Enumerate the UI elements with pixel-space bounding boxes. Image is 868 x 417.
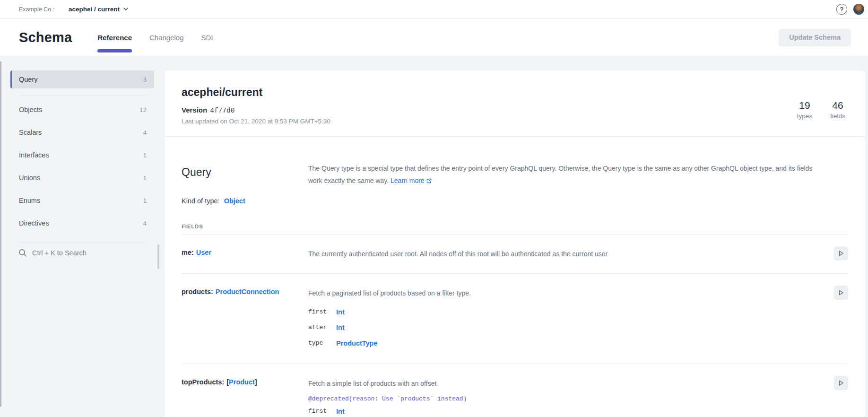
schema-stats: 19 types 46 fields [794,100,848,120]
sidebar-scrollbar[interactable] [157,244,159,269]
field-description: Fetch a simple list of products with an … [308,378,816,389]
stat-value: 46 [827,100,848,111]
sidebar-item-count: 1 [143,174,147,182]
field-row-products: products:ProductConnection Fetch a pagin… [182,274,848,364]
sidebar-item-interfaces[interactable]: Interfaces 1 [0,144,164,166]
tab-sdl[interactable]: SDL [201,19,215,56]
sidebar-item-count: 4 [143,129,147,136]
sidebar-item-count: 4 [143,220,147,227]
type-bracket-close: ] [255,378,257,386]
main-area: Query 3 Objects 12 Scalars 4 Interfaces … [0,56,868,417]
kind-value-link[interactable]: Object [224,197,245,205]
sidebar-nav-list: Objects 12 Scalars 4 Interfaces 1 Unions… [0,96,164,235]
kind-of-type-row: Kind of type: Object [182,197,848,205]
sidebar-item-label: Interfaces [19,151,49,159]
deprecation-notice: @deprecated(reason: Use `products` inste… [308,395,816,402]
field-detail: Fetch a paginated list of products based… [308,288,816,351]
schema-type-sidebar: Query 3 Objects 12 Scalars 4 Interfaces … [0,56,164,417]
version-label: Version [182,106,207,114]
type-section: Query The Query type is a special type t… [165,137,865,417]
field-args: first Int [308,403,816,417]
field-name: me: [182,249,194,256]
arg-row: after Int [308,320,816,335]
arg-row: first Int [308,304,816,320]
field-type-link[interactable]: ProductConnection [216,288,279,295]
stat-fields: 46 fields [827,100,848,120]
chevron-down-icon [123,8,128,11]
tab-bar: Reference Changelog SDL [97,19,215,56]
help-icon[interactable]: ? [836,4,847,15]
stat-label: fields [827,113,848,120]
stat-label: types [794,113,815,120]
sidebar-item-query[interactable]: Query 3 [10,70,154,88]
arg-row: type ProductType [308,335,816,351]
sidebar-item-objects[interactable]: Objects 12 [0,98,164,121]
field-signature: topProducts:[Product] [182,378,308,417]
sidebar-item-count: 1 [143,152,147,159]
field-signature: products:ProductConnection [182,288,308,351]
field-type-link[interactable]: User [196,249,211,256]
field-name: products: [182,288,213,295]
page-header: Schema Reference Changelog SDL Update Sc… [0,19,868,56]
learn-more-link[interactable]: Learn more [391,177,432,184]
arg-type-link[interactable]: ProductType [336,339,378,347]
sidebar-item-scalars[interactable]: Scalars 4 [0,121,164,144]
arg-name: type [308,339,336,347]
version-hash: 4f77d0 [210,107,234,114]
search-icon [18,249,27,257]
play-icon [838,250,844,257]
tab-changelog[interactable]: Changelog [149,19,184,56]
field-detail: Fetch a simple list of products with an … [308,378,816,417]
org-label: Example Co.: [19,6,54,13]
avatar[interactable] [853,4,864,15]
play-icon [838,289,844,296]
sidebar-item-label: Objects [19,106,42,113]
sidebar-item-directives[interactable]: Directives 4 [0,212,164,235]
card-header: acephei/current Version4f77d0 Last updat… [165,70,865,137]
run-query-button[interactable] [834,246,848,261]
run-query-button[interactable] [834,286,848,300]
sidebar-item-label: Directives [19,219,49,227]
schema-card: acephei/current Version4f77d0 Last updat… [164,70,866,417]
arg-type-link[interactable]: Int [336,324,345,331]
run-query-button[interactable] [834,376,848,390]
graph-selector-label: acephei / current [69,6,120,13]
field-row-me: me:User The currently authenticated user… [182,235,848,274]
sidebar-item-label: Scalars [19,129,42,136]
last-updated: Last updated on Oct 21, 2020 at 9:53 PM … [182,118,848,125]
page-title: Schema [19,30,72,45]
field-type-link[interactable]: Product [229,378,255,386]
arg-name: after [308,324,336,331]
field-row-topproducts: topProducts:[Product] Fetch a simple lis… [182,364,848,417]
arg-row: first Int [308,403,816,417]
sidebar-item-label: Unions [19,174,40,182]
sidebar-item-count: 3 [143,76,147,83]
update-schema-button[interactable]: Update Schema [779,29,851,46]
arg-type-link[interactable]: Int [336,308,345,316]
field-description: The currently authenticated user root. A… [308,249,816,261]
kind-label: Kind of type: [182,197,220,205]
sidebar-item-unions[interactable]: Unions 1 [0,166,164,189]
type-description: The Query type is a special type that de… [308,162,848,187]
top-bar: Example Co.: acephei / current ? [0,0,868,19]
type-description-text: The Query type is a special type that de… [308,165,812,184]
external-link-icon [426,178,432,183]
search-hint: Ctrl + K to Search [32,249,87,257]
arg-type-link[interactable]: Int [336,408,345,415]
version-line: Version4f77d0 [182,106,848,114]
graph-selector-dropdown[interactable]: acephei / current [69,6,128,13]
sidebar-item-enums[interactable]: Enums 1 [0,189,164,212]
play-icon [838,380,844,386]
stat-value: 19 [794,100,815,111]
tab-reference[interactable]: Reference [97,19,132,56]
sidebar-item-label: Query [19,76,38,83]
sidebar-divider [19,242,147,243]
search-trigger[interactable]: Ctrl + K to Search [0,249,164,257]
type-name: Query [182,166,308,187]
stat-types: 19 types [794,100,815,120]
type-head: Query The Query type is a special type t… [182,162,848,187]
sidebar-item-label: Enums [19,197,40,204]
arg-name: first [308,408,336,415]
field-description: Fetch a paginated list of products based… [308,288,816,298]
sidebar-item-count: 1 [143,197,147,204]
